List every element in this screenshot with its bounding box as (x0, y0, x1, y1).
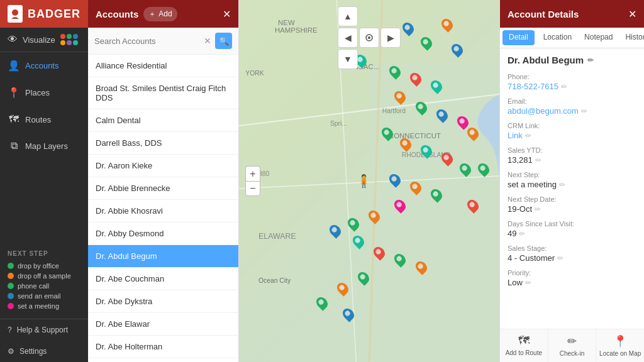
detail-field-0: Phone:718-522-7615 ✏ (508, 73, 636, 91)
settings-icon: ⚙ (8, 347, 14, 356)
tab-location[interactable]: Location (537, 28, 578, 48)
legend-dot-1 (8, 263, 14, 269)
app-logo-text: BADGER (28, 8, 80, 21)
add-account-button[interactable]: ＋ Add (143, 7, 177, 21)
detail-field-5: Next Step Date:19-Oct ✏ (508, 195, 636, 214)
edit-field-icon[interactable]: ✏ (559, 180, 565, 189)
accounts-header-left: Accounts ＋ Add (96, 7, 177, 21)
help-support-item[interactable]: ? Help & Support (0, 319, 88, 341)
zoom-in-button[interactable]: + (245, 166, 260, 181)
nav-visualize[interactable]: 👁 Visualize (0, 28, 88, 52)
color-dot-5 (67, 40, 72, 45)
check-in-button[interactable]: ✏ Check-in (548, 329, 597, 362)
field-label: Sales YTD: (508, 146, 636, 154)
svg-text:HAMPSHIRE: HAMPSHIRE (275, 26, 318, 34)
map-left-button[interactable]: ◀ (338, 28, 358, 48)
settings-item[interactable]: ⚙ Settings (0, 341, 88, 362)
field-label: Priority: (508, 269, 636, 277)
account-list-item[interactable]: Dr. Aaron Kieke (88, 155, 238, 177)
map-down-button[interactable]: ▼ (338, 49, 358, 69)
svg-text:NEW: NEW (278, 19, 295, 26)
sidebar-item-places[interactable]: 📍 Places (0, 79, 88, 106)
close-detail-button[interactable]: ✕ (628, 8, 636, 20)
accounts-panel-title: Accounts (96, 9, 138, 19)
svg-text:YORK: YORK (245, 70, 264, 77)
accounts-panel: Accounts ＋ Add ✕ ✕ 🔍 Alliance Residentia… (88, 0, 239, 362)
legend-drop-sample: drop off a sample (8, 272, 80, 280)
map-layers-label: Map Layers (25, 141, 68, 151)
map-center-button[interactable] (359, 28, 379, 48)
map-right-button[interactable]: ▶ (380, 28, 401, 48)
account-list-item[interactable]: Dr. Abdul Begum (88, 245, 238, 268)
detail-actions: 🗺 Add to Route ✏ Check-in 📍 Locate on Ma… (500, 329, 644, 362)
field-label: Next Step: (508, 171, 636, 178)
map-zoom-controls: + − (245, 166, 260, 196)
edit-field-icon[interactable]: ✏ (535, 156, 541, 165)
detail-header: Account Details ✕ (500, 0, 644, 28)
color-dot-6 (73, 40, 78, 45)
detail-field-3: Sales YTD:13,281 ✏ (508, 146, 636, 165)
edit-field-icon[interactable]: ✏ (519, 229, 525, 238)
accounts-label: Accounts (25, 61, 58, 70)
color-dot-2 (67, 34, 72, 39)
field-label: CRM Link: (508, 122, 636, 129)
detail-fields: Phone:718-522-7615 ✏Email:abdul@begum.co… (508, 73, 636, 287)
field-label: Days Since Last Visit: (508, 220, 636, 228)
map-navigation-controls: ▲ ◀ ▶ ▼ (338, 6, 401, 69)
check-in-icon: ✏ (567, 334, 577, 348)
search-input[interactable] (94, 36, 200, 46)
color-dot-3 (73, 34, 78, 39)
account-list-item[interactable]: Alliance Residential (88, 55, 238, 77)
field-value: 4 - Customer ✏ (508, 253, 636, 263)
account-list-item[interactable]: Broad St. Smiles Dentist Craig Fitch DDS (88, 77, 238, 109)
locate-on-map-button[interactable]: 📍 Locate on Map (596, 329, 644, 362)
search-bar: ✕ 🔍 (88, 28, 238, 55)
edit-name-icon[interactable]: ✏ (587, 56, 594, 65)
locate-icon: 📍 (613, 334, 627, 348)
add-to-route-icon: 🗺 (518, 334, 530, 348)
search-go-button[interactable]: 🔍 (215, 33, 232, 49)
account-list-item[interactable]: Calm Dental (88, 109, 238, 132)
sidebar-item-map-layers[interactable]: ⧉ Map Layers (0, 133, 88, 159)
next-step-section: NEXT STEP drop by office drop off a samp… (0, 244, 88, 319)
legend-set-meeting: set a meeting (8, 302, 80, 310)
edit-field-icon[interactable]: ✏ (581, 107, 587, 116)
edit-field-icon[interactable]: ✏ (557, 254, 564, 263)
legend-drop-by-office: drop by office (8, 262, 80, 270)
field-value: set a meeting ✏ (508, 180, 636, 189)
account-list-item[interactable]: Dr. Abbie Khosravi (88, 200, 238, 222)
settings-label: Settings (19, 347, 47, 356)
sidebar-item-routes[interactable]: 🗺 Routes (0, 106, 88, 133)
eye-icon: 👁 (8, 34, 18, 45)
detail-field-1: Email:abdul@begum.com ✏ (508, 97, 636, 116)
edit-field-icon[interactable]: ✏ (535, 205, 541, 214)
edit-field-icon[interactable]: ✏ (561, 82, 567, 91)
tab-detail[interactable]: Detail (502, 30, 535, 45)
field-label: Sales Stage: (508, 244, 636, 252)
sidebar-item-accounts[interactable]: 👤 Accounts (0, 52, 88, 79)
edit-field-icon[interactable]: ✏ (525, 278, 531, 287)
account-list-item[interactable]: Dr. Abe Elawar (88, 313, 238, 336)
field-value: abdul@begum.com ✏ (508, 106, 636, 116)
tab-notepad[interactable]: Notepad (578, 28, 619, 48)
map-up-button[interactable]: ▲ (338, 6, 358, 26)
add-to-route-button[interactable]: 🗺 Add to Route (500, 329, 548, 362)
edit-field-icon[interactable]: ✏ (525, 131, 531, 140)
account-list-item[interactable]: Dr. Abbie Brennecke (88, 177, 238, 200)
zoom-out-button[interactable]: − (245, 181, 260, 196)
field-value: Link ✏ (508, 131, 636, 140)
field-value: Low ✏ (508, 278, 636, 287)
close-accounts-button[interactable]: ✕ (223, 8, 231, 20)
legend-send-email: send an email (8, 292, 80, 300)
account-list-item[interactable]: Dr. Abel Blotsky (88, 358, 238, 362)
search-clear-button[interactable]: ✕ (204, 36, 211, 46)
tab-history[interactable]: History (619, 28, 644, 48)
account-list-item[interactable]: Dr. Abe Couchman (88, 268, 238, 290)
detail-panel-title: Account Details (508, 9, 579, 19)
account-list-item[interactable]: Dr. Abby Desmond (88, 222, 238, 245)
account-list-item[interactable]: Darrell Bass, DDS (88, 132, 238, 155)
map-area[interactable]: NEW HAMPSHIRE YORK MASSAC... Spri... Har… (239, 0, 499, 362)
account-list-item[interactable]: Dr. Abe Holterman (88, 336, 238, 358)
legend-dot-5 (8, 303, 14, 309)
account-list-item[interactable]: Dr. Abe Dykstra (88, 290, 238, 313)
